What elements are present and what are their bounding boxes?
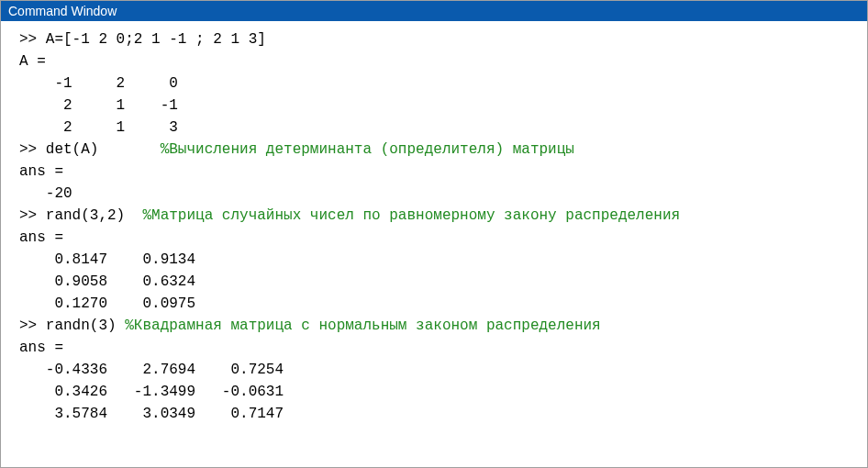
line-text: ans =	[19, 163, 63, 180]
line-comment: %Квадрамная матрица с нормальным законом…	[125, 318, 600, 334]
line-text: >> rand(3,2)	[19, 207, 142, 224]
output-line: 0.1270 0.0975	[19, 293, 867, 315]
line-text: >> randn(3)	[19, 318, 125, 334]
output-line: 3.5784 3.0349 0.7147	[19, 403, 867, 425]
line-comment: %Матрица случайных чисел по равномерному…	[142, 207, 680, 224]
line-text: >> det(A)	[19, 141, 161, 158]
output-line: 2 1 -1	[19, 95, 867, 117]
output-line: ans =	[19, 227, 867, 249]
line-text: 0.8147 0.9134	[19, 251, 195, 268]
window-title: Command Window	[8, 4, 117, 18]
line-text: 2 1 3	[19, 119, 178, 136]
line-comment: %Вычисления детерминанта (определителя) …	[161, 141, 574, 158]
line-text: ans =	[19, 340, 63, 356]
output-line: 0.8147 0.9134	[19, 249, 867, 271]
line-text: A =	[19, 53, 46, 70]
line-text: 0.9058 0.6324	[19, 273, 195, 290]
output-line: >> det(A) %Вычисления детерминанта (опре…	[19, 139, 867, 161]
output-line: A =	[19, 50, 867, 72]
output-line: >> randn(3) %Квадрамная матрица с нормал…	[19, 315, 867, 337]
line-text: >> A=[-1 2 0;2 1 -1 ; 2 1 3]	[19, 31, 266, 48]
output-line: 2 1 3	[19, 117, 867, 139]
output-line: 0.9058 0.6324	[19, 271, 867, 293]
line-text: -1 2 0	[19, 75, 178, 92]
line-text: -0.4336 2.7694 0.7254	[19, 362, 284, 378]
command-window-content[interactable]: >> A=[-1 2 0;2 1 -1 ; 2 1 3]A = -1 2 0 2…	[1, 21, 867, 432]
output-line: -1 2 0	[19, 72, 867, 95]
line-text: 0.1270 0.0975	[19, 295, 195, 312]
line-text: 0.3426 -1.3499 -0.0631	[19, 384, 284, 400]
window-title-bar: Command Window	[1, 1, 867, 21]
output-line: 0.3426 -1.3499 -0.0631	[19, 381, 867, 403]
output-line: ans =	[19, 161, 867, 183]
output-line: -20	[19, 183, 867, 205]
output-line: ans =	[19, 337, 867, 359]
line-text: 3.5784 3.0349 0.7147	[19, 406, 284, 422]
line-text: ans =	[19, 229, 63, 246]
line-text: -20	[19, 185, 72, 202]
output-line: -0.4336 2.7694 0.7254	[19, 359, 867, 381]
output-line: >> A=[-1 2 0;2 1 -1 ; 2 1 3]	[19, 28, 867, 50]
output-line: >> rand(3,2) %Матрица случайных чисел по…	[19, 205, 867, 227]
line-text: 2 1 -1	[19, 97, 178, 114]
